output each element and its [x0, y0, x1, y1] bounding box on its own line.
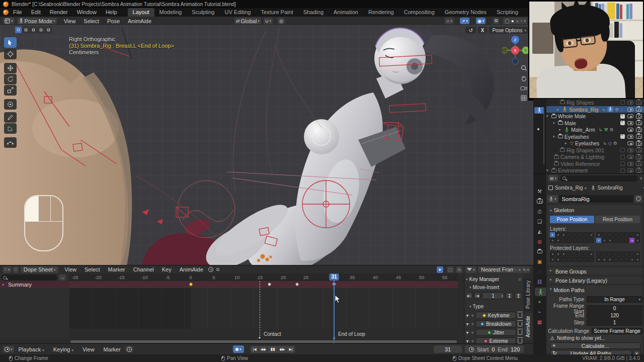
toggle-grid-icon[interactable]	[519, 94, 528, 103]
breakdown-type-button[interactable]: Breakdown	[475, 320, 516, 327]
select-mode-subtract-button[interactable]	[30, 27, 37, 33]
exclude-checkbox[interactable]	[620, 134, 625, 139]
pause-button[interactable]: ▮▮	[268, 346, 278, 353]
menu-edit[interactable]: Edit	[27, 8, 45, 17]
ds-menu-marker[interactable]: Marker	[104, 266, 129, 273]
pose-options-dropdown[interactable]: Pose Options ▾	[489, 27, 529, 34]
x-axis-button[interactable]: X	[478, 27, 488, 34]
hide-eye-icon[interactable]	[627, 114, 633, 118]
frame-start-field[interactable]: 0	[587, 305, 642, 312]
calc-range-dropdown[interactable]: Scene Frame Range▾	[592, 328, 642, 334]
jitter-type-button[interactable]: Jitter	[475, 329, 516, 336]
curve-easing-button[interactable]: ∿▾	[521, 266, 530, 273]
hide-eye-icon[interactable]	[627, 108, 633, 112]
tab-render-icon[interactable]	[535, 197, 544, 206]
tab-tool-icon[interactable]: ⚒	[535, 187, 544, 196]
rest-position-button[interactable]: Rest Position	[595, 216, 640, 223]
camera-view-icon[interactable]	[519, 83, 528, 93]
hide-eye-icon[interactable]	[627, 135, 633, 139]
outliner-row-rig-shapes-001[interactable]: Rig Shapes.001	[546, 147, 644, 153]
proportional-edit-toggle[interactable]: ◎	[278, 18, 285, 24]
solid-shading-icon[interactable]: ●	[511, 19, 514, 24]
show-gizmo-button[interactable]: ⧉	[493, 18, 499, 24]
dope-horizontal-scrollbar[interactable]	[70, 340, 457, 343]
exclude-checkbox[interactable]	[620, 155, 625, 159]
tab-scene-icon[interactable]: ◭	[535, 227, 544, 236]
workspace-tab-uv-editing[interactable]: UV Editing	[219, 8, 256, 17]
tool-annotate[interactable]	[4, 112, 17, 123]
render-camera-icon[interactable]	[636, 161, 642, 166]
hide-eye-icon[interactable]	[627, 121, 633, 125]
keyframe-dot-selected[interactable]	[189, 283, 193, 286]
select-cursor-icon[interactable]: ➤	[465, 321, 470, 327]
render-camera-icon[interactable]	[636, 148, 642, 152]
armature-layers-grid-2[interactable]	[596, 232, 640, 243]
playhead-frame-chip[interactable]: 31	[329, 274, 339, 281]
jump-to-end-button[interactable]: ▶|	[287, 346, 295, 353]
previous-keyframe-button[interactable]: ◀◆	[259, 346, 267, 353]
exclude-checkbox[interactable]	[620, 148, 625, 152]
ds-menu-select[interactable]: Select	[80, 266, 104, 273]
select-cursor-icon[interactable]: ➤	[465, 338, 470, 344]
render-camera-icon[interactable]	[636, 141, 642, 146]
workspace-tab-animation[interactable]: Animation	[329, 8, 363, 17]
insert-down-button[interactable]: ↧	[506, 292, 513, 299]
pan-hand-icon[interactable]	[519, 73, 528, 82]
marker-label-end-of-loop[interactable]: End of Loop	[338, 331, 365, 337]
armature-id-icon[interactable]: ▾	[547, 195, 558, 203]
outliner-row-eyelashes-mesh[interactable]: ▸ ▽ Eyelashes ↳◇⚙	[546, 140, 644, 147]
select-cursor-icon[interactable]: ➤	[465, 313, 470, 318]
filter-button[interactable]: ▾	[465, 266, 476, 273]
breadcrumb-object[interactable]: Sombra_Rig	[555, 185, 583, 191]
deselect-cursor-icon[interactable]: ➤	[470, 313, 475, 318]
ds-menu-channel[interactable]: Channel	[129, 266, 158, 273]
sidebar-tab-pose-library[interactable]: Pose Library	[524, 279, 532, 311]
ds-menu-key[interactable]: Key	[158, 266, 176, 273]
workspace-tab-rendering[interactable]: Rendering	[363, 8, 399, 17]
tool-move[interactable]	[4, 63, 17, 73]
properties-editor-button[interactable]: ▤▾	[548, 175, 558, 182]
frame-range-fields[interactable]: Start 0 End 120	[465, 345, 524, 353]
dope-editor-type-button[interactable]: ∷▾	[3, 266, 12, 273]
tool-transform[interactable]	[4, 99, 17, 110]
amount-field[interactable]: 1▾	[482, 292, 504, 299]
hide-eye-icon[interactable]	[627, 141, 633, 145]
tl-menu-playback[interactable]: Playback ▾	[14, 346, 49, 352]
workspace-tab-layout[interactable]: Layout	[128, 8, 154, 17]
outliner-row-rig-shapes[interactable]: Rig Shapes	[546, 99, 644, 106]
select-mode-intersect-button[interactable]	[45, 27, 52, 33]
keyframe-dot[interactable]	[268, 283, 271, 286]
key-manager-header[interactable]: ▾Key Manager ≡	[466, 276, 522, 283]
render-camera-icon[interactable]	[636, 121, 642, 125]
tab-physics-icon[interactable]: ◌	[535, 267, 544, 276]
shading-mode-group[interactable]: ◯ ● ◑ ◔ ▾	[503, 18, 527, 24]
trash-icon[interactable]	[518, 330, 522, 335]
hide-eye-icon[interactable]	[627, 128, 633, 132]
outliner-row-video-reference[interactable]: Video Reference	[546, 160, 644, 167]
trash-icon[interactable]	[518, 322, 522, 326]
tool-pose-breakdowner[interactable]	[4, 137, 17, 148]
outliner-row-environment[interactable]: ▾ Environment	[546, 167, 644, 174]
workspace-tab-geometry-nodes[interactable]: Geometry Nodes	[440, 8, 492, 17]
proportional-falloff-button[interactable]: ↗▾	[460, 18, 469, 24]
render-camera-icon[interactable]	[636, 107, 642, 112]
tab-collection-icon[interactable]	[535, 247, 544, 256]
select-cursor-icon[interactable]: ➤	[465, 330, 470, 335]
select-mode-invert-button[interactable]	[38, 27, 44, 33]
outliner-row-whole-male[interactable]: ▾ Whole Male	[546, 113, 644, 120]
exclude-checkbox[interactable]	[620, 100, 625, 105]
sidebar-tab-animaide[interactable]: AnimAide	[524, 313, 532, 341]
tab-object-data-icon[interactable]	[535, 288, 546, 296]
zoom-icon[interactable]	[519, 63, 528, 72]
tab-bone-constraint-icon[interactable]: ⌁	[535, 308, 544, 316]
skeleton-panel-header[interactable]: ▾Skeleton	[550, 207, 574, 213]
pivot-point-button[interactable]: ◉▾	[476, 18, 486, 24]
exclude-checkbox[interactable]	[620, 114, 625, 119]
menu-help[interactable]: Help	[101, 8, 122, 17]
exclude-checkbox[interactable]	[620, 168, 625, 173]
deselect-cursor-icon[interactable]: ➤	[470, 321, 475, 327]
jump-to-start-button[interactable]: |◀	[251, 346, 259, 353]
workspace-tab-modeling[interactable]: Modeling	[154, 8, 187, 17]
tab-world-icon[interactable]: ◍	[535, 237, 544, 246]
tab-constraints-icon[interactable]: ⛓	[535, 278, 544, 286]
